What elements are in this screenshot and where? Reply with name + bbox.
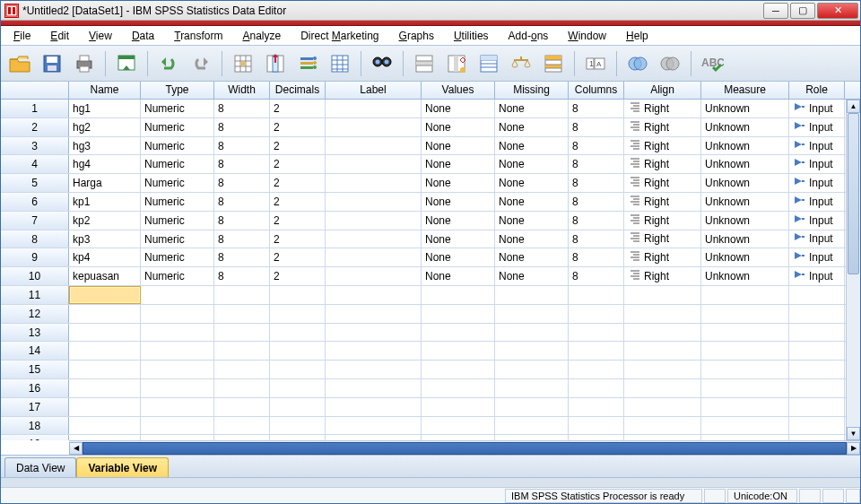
cell-name[interactable]: [69, 361, 141, 378]
cell-measure[interactable]: Unknown: [701, 230, 789, 248]
cell-missing[interactable]: None: [495, 100, 569, 117]
insert-cases-icon[interactable]: [411, 50, 438, 77]
cell-decimals[interactable]: 2: [270, 118, 326, 136]
cell-type[interactable]: Numeric: [141, 230, 214, 248]
cell-type[interactable]: Numeric: [141, 155, 214, 173]
menu-view[interactable]: View: [80, 28, 121, 44]
cell-role[interactable]: Input: [789, 212, 845, 230]
cell-width[interactable]: 8: [214, 248, 270, 266]
row-header[interactable]: 12: [1, 305, 69, 323]
col-name[interactable]: Name: [69, 82, 141, 99]
cell-columns[interactable]: 8: [569, 137, 624, 155]
cell-align[interactable]: Right: [624, 174, 701, 192]
menu-utilities[interactable]: Utilities: [445, 28, 498, 44]
cell-missing[interactable]: None: [495, 193, 569, 211]
cell-name[interactable]: [69, 342, 141, 360]
cell-missing[interactable]: None: [495, 267, 569, 285]
cell-name[interactable]: kp2: [69, 212, 141, 230]
cell-align[interactable]: Right: [624, 193, 701, 211]
cell-label[interactable]: [326, 212, 422, 230]
insert-variable-icon[interactable]: [443, 50, 470, 77]
cell-missing[interactable]: None: [495, 118, 569, 136]
minimize-button[interactable]: ─: [763, 3, 788, 19]
cell-role[interactable]: Input: [789, 137, 845, 155]
cell-role[interactable]: Input: [789, 267, 845, 285]
cell-align[interactable]: Right: [624, 267, 701, 285]
grid-corner[interactable]: [1, 82, 69, 99]
cell-align[interactable]: Right: [624, 230, 701, 248]
row-header[interactable]: 8: [1, 230, 69, 248]
cell-align[interactable]: Right: [624, 212, 701, 230]
row-header[interactable]: 19: [1, 435, 69, 440]
cell-missing[interactable]: None: [495, 137, 569, 155]
cell-columns[interactable]: 8: [569, 267, 624, 285]
cell-missing[interactable]: None: [495, 230, 569, 248]
cell-width[interactable]: 8: [214, 137, 270, 155]
cell-label[interactable]: [326, 137, 422, 155]
cell-decimals[interactable]: 2: [270, 100, 326, 117]
cell-label[interactable]: [326, 100, 422, 117]
cell-decimals[interactable]: 2: [270, 174, 326, 192]
cell-label[interactable]: [326, 118, 422, 136]
cell-type[interactable]: Numeric: [141, 212, 214, 230]
cell-align[interactable]: Right: [624, 118, 701, 136]
cell-name[interactable]: [69, 379, 141, 397]
col-type[interactable]: Type: [141, 82, 214, 99]
row-header[interactable]: 9: [1, 248, 69, 266]
menu-direct-marketing[interactable]: Direct Marketing: [291, 28, 387, 44]
col-measure[interactable]: Measure: [701, 82, 789, 99]
recall-dialog-icon[interactable]: [113, 50, 140, 77]
cell-width[interactable]: 8: [214, 174, 270, 192]
find-icon[interactable]: [369, 50, 396, 77]
cell-width[interactable]: 8: [214, 193, 270, 211]
cell-columns[interactable]: 8: [569, 212, 624, 230]
row-header[interactable]: 10: [1, 267, 69, 285]
cell-values[interactable]: None: [422, 248, 495, 266]
cell-label[interactable]: [326, 230, 422, 248]
cell-measure[interactable]: Unknown: [701, 100, 789, 117]
menu-transform[interactable]: Transform: [165, 28, 231, 44]
open-icon[interactable]: [6, 50, 33, 77]
weight-cases-icon[interactable]: [508, 50, 535, 77]
cell-width[interactable]: 8: [214, 118, 270, 136]
cell-type[interactable]: Numeric: [141, 248, 214, 266]
cell-name[interactable]: hg2: [69, 118, 141, 136]
cell-measure[interactable]: Unknown: [701, 137, 789, 155]
cell-name[interactable]: kepuasan: [69, 267, 141, 285]
cell-decimals[interactable]: 2: [270, 267, 326, 285]
scroll-up-icon[interactable]: ▲: [847, 100, 860, 113]
row-header[interactable]: 6: [1, 193, 69, 211]
cell-measure[interactable]: Unknown: [701, 248, 789, 266]
cell-values[interactable]: None: [422, 230, 495, 248]
cell-values[interactable]: None: [422, 193, 495, 211]
split-file-icon[interactable]: [475, 50, 502, 77]
undo-icon[interactable]: [155, 50, 182, 77]
menu-addons[interactable]: Add-ons: [500, 28, 558, 44]
cell-decimals[interactable]: 2: [270, 137, 326, 155]
cell-name[interactable]: kp3: [69, 230, 141, 248]
scroll-right-icon[interactable]: ▶: [847, 442, 860, 455]
hscroll-track[interactable]: [83, 442, 847, 455]
cell-label[interactable]: [326, 193, 422, 211]
row-header[interactable]: 5: [1, 174, 69, 192]
cell-columns[interactable]: 8: [569, 248, 624, 266]
cell-columns[interactable]: 8: [569, 230, 624, 248]
cell-decimals[interactable]: 2: [270, 193, 326, 211]
cell-role[interactable]: Input: [789, 118, 845, 136]
menu-graphs[interactable]: Graphs: [390, 28, 443, 44]
menu-window[interactable]: Window: [559, 28, 615, 44]
col-values[interactable]: Values: [422, 82, 495, 99]
cell-columns[interactable]: 8: [569, 174, 624, 192]
cell-type[interactable]: Numeric: [141, 174, 214, 192]
cell-name[interactable]: hg1: [69, 100, 141, 117]
col-label[interactable]: Label: [326, 82, 422, 99]
row-header[interactable]: 7: [1, 212, 69, 230]
col-columns[interactable]: Columns: [569, 82, 624, 99]
cell-decimals[interactable]: 2: [270, 212, 326, 230]
cell-name[interactable]: [69, 398, 141, 416]
vertical-scrollbar[interactable]: ▲ ▼: [846, 100, 860, 440]
cell-width[interactable]: 8: [214, 155, 270, 173]
cell-columns[interactable]: 8: [569, 118, 624, 136]
show-all-icon[interactable]: [657, 50, 683, 77]
scroll-thumb[interactable]: [848, 113, 859, 274]
